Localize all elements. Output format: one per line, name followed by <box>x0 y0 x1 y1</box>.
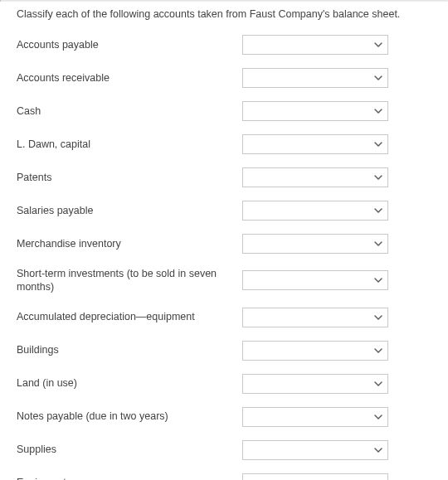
classification-select-wrap <box>242 308 388 327</box>
account-label: Accounts payable <box>12 38 242 51</box>
chevron-down-icon <box>374 413 382 421</box>
classification-select[interactable] <box>242 68 388 88</box>
chevron-down-icon <box>374 74 382 82</box>
form-row: Supplies <box>12 440 436 460</box>
account-label: Buildings <box>12 343 242 356</box>
account-label: Accumulated depreciation—equipment <box>12 310 242 323</box>
classification-select-wrap <box>242 167 388 187</box>
form-row: Land (in use) <box>12 374 436 394</box>
form-row: Equipment <box>12 473 436 481</box>
classification-select[interactable] <box>242 341 388 361</box>
account-label: Equipment <box>12 476 242 480</box>
account-label: Supplies <box>12 443 242 456</box>
classification-select-wrap <box>242 234 388 254</box>
classification-select-wrap <box>242 270 388 290</box>
classification-select[interactable] <box>242 270 388 290</box>
account-label: Patents <box>12 171 242 184</box>
account-label: Land (in use) <box>12 376 242 390</box>
form-row: Salaries payable <box>12 201 436 221</box>
account-label: L. Dawn, capital <box>12 138 242 151</box>
form-container: Classify each of the following accounts … <box>0 2 448 480</box>
classification-select[interactable] <box>242 167 388 187</box>
account-label: Cash <box>12 104 242 118</box>
classification-select[interactable] <box>242 308 388 327</box>
chevron-down-icon <box>374 140 382 148</box>
chevron-down-icon <box>374 41 382 49</box>
form-row: Accounts payable <box>12 35 436 55</box>
form-row: Accumulated depreciation—equipment <box>12 308 436 327</box>
instruction-text: Classify each of the following accounts … <box>17 8 436 20</box>
account-label: Salaries payable <box>12 204 242 217</box>
account-label: Notes payable (due in two years) <box>12 410 242 423</box>
classification-select-wrap <box>242 101 388 121</box>
classification-select[interactable] <box>242 374 388 394</box>
classification-select-wrap <box>242 440 388 460</box>
form-row: Cash <box>12 101 436 121</box>
classification-select[interactable] <box>242 35 388 55</box>
classification-select[interactable] <box>242 407 388 427</box>
account-label: Merchandise inventory <box>12 237 242 250</box>
form-row: L. Dawn, capital <box>12 134 436 154</box>
classification-select[interactable] <box>242 201 388 221</box>
classification-select[interactable] <box>242 440 388 460</box>
form-row: Accounts receivable <box>12 68 436 88</box>
chevron-down-icon <box>374 206 382 215</box>
classification-select[interactable] <box>242 473 388 481</box>
chevron-down-icon <box>374 240 382 248</box>
chevron-down-icon <box>374 347 382 355</box>
classification-select[interactable] <box>242 101 388 121</box>
classification-select-wrap <box>242 341 388 361</box>
account-label: Accounts receivable <box>12 71 242 85</box>
classification-select-wrap <box>242 35 388 55</box>
form-row: Merchandise inventory <box>12 234 436 254</box>
rows-list: Accounts payableAccounts receivableCashL… <box>12 35 436 480</box>
classification-select-wrap <box>242 68 388 88</box>
form-row: Buildings <box>12 341 436 361</box>
classification-select[interactable] <box>242 134 388 154</box>
chevron-down-icon <box>374 173 382 182</box>
chevron-down-icon <box>374 276 382 284</box>
classification-select-wrap <box>242 473 388 481</box>
chevron-down-icon <box>374 313 382 322</box>
classification-select-wrap <box>242 407 388 427</box>
form-row: Short-term investments (to be sold in se… <box>12 267 436 294</box>
chevron-down-icon <box>374 446 382 454</box>
account-label: Short-term investments (to be sold in se… <box>12 267 242 294</box>
classification-select[interactable] <box>242 234 388 254</box>
form-row: Notes payable (due in two years) <box>12 407 436 427</box>
classification-select-wrap <box>242 374 388 394</box>
classification-select-wrap <box>242 134 388 154</box>
form-row: Patents <box>12 167 436 187</box>
chevron-down-icon <box>374 107 382 115</box>
chevron-down-icon <box>374 380 382 388</box>
classification-select-wrap <box>242 201 388 221</box>
